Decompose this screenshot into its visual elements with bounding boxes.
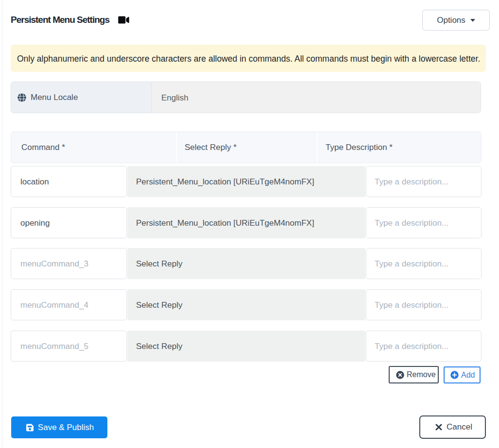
menu-locale-label-text: Menu Locale — [31, 93, 78, 102]
cancel-button-label: Cancel — [447, 422, 472, 432]
command-input[interactable] — [11, 207, 127, 238]
page-title: Persistent Menu Settings — [11, 15, 109, 25]
save-publish-button[interactable]: Save & Publish — [11, 416, 107, 438]
add-button[interactable]: Add — [444, 366, 481, 383]
select-reply-cell[interactable]: Select Reply — [127, 248, 365, 279]
save-publish-button-label: Save & Publish — [38, 423, 94, 432]
description-input[interactable] — [366, 289, 482, 320]
select-reply-cell[interactable]: Persistent_Menu_location [URiEuTgeM4nomF… — [127, 207, 365, 238]
menu-locale-label: Menu Locale — [11, 82, 152, 113]
table-row: Select Reply — [11, 248, 482, 279]
table-header: Command * Select Reply * Type Descriptio… — [11, 132, 482, 163]
select-reply-text: Select Reply — [136, 259, 182, 269]
table-row: Select Reply — [11, 331, 482, 362]
warning-alert: Only alphanumeric and underscore charact… — [11, 45, 486, 72]
globe-icon — [17, 93, 26, 102]
add-button-label: Add — [461, 371, 475, 380]
select-reply-cell[interactable]: Persistent_Menu_location [URiEuTgeM4nomF… — [127, 166, 365, 197]
options-button-label: Options — [437, 16, 465, 25]
command-input[interactable] — [11, 289, 127, 320]
caret-down-icon — [470, 19, 475, 22]
table-row: Persistent_Menu_location [URiEuTgeM4nomF… — [11, 207, 482, 238]
column-header-type-description: Type Description * — [318, 132, 481, 163]
command-input[interactable] — [11, 166, 127, 197]
times-circle-icon — [396, 371, 404, 379]
table-row: Select Reply — [11, 289, 482, 320]
description-input[interactable] — [366, 166, 482, 197]
menu-locale-value-text: English — [161, 93, 189, 103]
command-input[interactable] — [11, 248, 127, 279]
cancel-button[interactable]: Cancel — [419, 415, 486, 439]
menu-locale-group: Menu Locale English — [11, 82, 481, 113]
select-reply-text: Persistent_Menu_location [URiEuTgeM4nomF… — [136, 218, 314, 228]
select-reply-cell[interactable]: Select Reply — [127, 331, 365, 362]
remove-button[interactable]: Remove — [389, 366, 439, 383]
video-camera-icon — [118, 15, 130, 25]
save-icon — [26, 424, 34, 431]
description-input[interactable] — [366, 248, 482, 279]
warning-alert-text: Only alphanumeric and underscore charact… — [17, 54, 480, 64]
card-left-border — [2, 0, 2, 448]
plus-circle-icon — [450, 371, 459, 379]
select-reply-text: Persistent_Menu_location [URiEuTgeM4nomF… — [136, 177, 314, 187]
command-input[interactable] — [11, 331, 127, 362]
page-header: Persistent Menu Settings — [11, 14, 130, 26]
column-header-select-reply: Select Reply * — [177, 132, 317, 163]
description-input[interactable] — [366, 331, 482, 362]
remove-button-label: Remove — [407, 370, 436, 379]
options-button[interactable]: Options — [422, 10, 490, 31]
menu-locale-value: English — [152, 82, 481, 113]
close-icon — [435, 424, 442, 431]
description-input[interactable] — [366, 207, 482, 238]
select-reply-cell[interactable]: Select Reply — [127, 289, 365, 320]
select-reply-text: Select Reply — [136, 342, 182, 351]
column-header-command: Command * — [11, 132, 176, 163]
table-row: Persistent_Menu_location [URiEuTgeM4nomF… — [11, 166, 482, 197]
select-reply-text: Select Reply — [136, 300, 182, 310]
